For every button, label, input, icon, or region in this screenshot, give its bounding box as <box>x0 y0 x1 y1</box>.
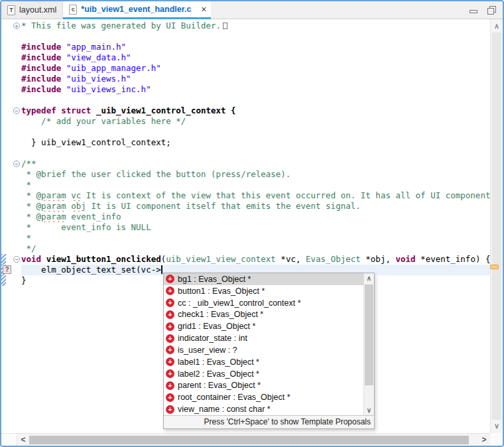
quickdiff-ruler <box>1 212 6 222</box>
code-line: * @param event_info <box>1 212 490 222</box>
maximize-restore-icon[interactable] <box>487 6 496 15</box>
folding-ruler <box>13 212 21 222</box>
code-line-text[interactable]: * @brief the user clicked the button (pr… <box>21 169 490 180</box>
scroll-right-icon[interactable]: > <box>478 435 490 444</box>
completion-item[interactable]: +grid1 : Evas_Object * <box>164 320 374 332</box>
code-line-text[interactable]: */ <box>21 243 490 254</box>
code-line <box>1 95 490 105</box>
scroll-up-icon[interactable]: ∧ <box>364 275 374 282</box>
fold-collapse-icon[interactable]: − <box>13 107 20 114</box>
annotation-ruler <box>6 31 13 42</box>
annotation-ruler <box>6 74 13 84</box>
code-token: * @ <box>21 190 41 200</box>
code-line: #include "uib_app_manager.h" <box>1 63 490 74</box>
folding-ruler <box>13 95 21 105</box>
minimize-icon[interactable] <box>470 10 477 13</box>
completion-item[interactable]: +bg1 : Evas_Object * <box>164 273 374 285</box>
code-token: view1_button1_onclicked <box>46 254 161 264</box>
code-token: *obj, <box>361 254 396 264</box>
annotation-ruler <box>6 254 13 265</box>
code-line-text[interactable]: #include "uib_app_manager.h" <box>21 63 490 74</box>
view-controls <box>470 5 496 15</box>
code-token: } <box>21 275 27 285</box>
code-line-text[interactable]: * This file was generated by UI Builder. <box>21 21 490 31</box>
code-token: #include <box>21 42 66 52</box>
code-line-text[interactable]: * @param vc It is context of the view th… <box>21 190 490 201</box>
code-token: #include <box>21 52 66 62</box>
code-line-text[interactable]: #include "app_main.h" <box>21 42 490 52</box>
folding-ruler <box>13 275 21 286</box>
completion-item[interactable]: +cc : _uib_view1_control_context * <box>164 297 374 309</box>
horizontal-scrollbar-thumb[interactable] <box>29 436 469 444</box>
tab-layout-xml[interactable]: T layout.xml <box>1 1 63 19</box>
code-line-text[interactable]: * @param event_info <box>21 212 490 222</box>
horizontal-scrollbar[interactable]: < > <box>1 433 490 446</box>
code-line: /* add your variables here */ <box>1 116 490 127</box>
code-line-text[interactable]: /** <box>21 159 490 169</box>
completion-item[interactable]: +label1 : Evas_Object * <box>164 356 374 368</box>
code-line <box>1 127 490 137</box>
completion-item[interactable]: +parent : Evas_Object * <box>164 379 374 391</box>
completion-item[interactable]: +view_name : const char * <box>164 403 374 415</box>
folding-ruler <box>13 148 21 159</box>
folding-ruler <box>13 180 21 190</box>
code-line-text[interactable]: #include "view_data.h" <box>21 52 490 63</box>
close-tab-icon[interactable]: × <box>201 5 206 14</box>
folding-ruler: − <box>13 159 21 169</box>
vertical-scrollbar[interactable]: ∧ ∨ <box>490 19 503 433</box>
code-line-text[interactable]: * @param obj It is UI component itself t… <box>21 201 490 212</box>
code-line-text[interactable] <box>21 31 490 42</box>
code-line-text[interactable]: #include "uib_views.h" <box>21 74 490 84</box>
fold-expand-icon[interactable]: + <box>13 23 20 29</box>
code-line-text[interactable]: } uib_view1_control_context; <box>21 137 490 148</box>
code-line-text[interactable] <box>21 148 490 159</box>
completion-label: is_user_view : ? <box>178 346 237 355</box>
code-token: #include <box>21 84 66 94</box>
completion-item[interactable]: +button1 : Evas_Object * <box>164 285 374 297</box>
fold-collapse-icon[interactable]: − <box>13 160 20 167</box>
field-icon: + <box>166 381 174 390</box>
quickdiff-ruler <box>1 148 6 159</box>
tab-uib-view1-event-handler[interactable]: c *uib_view1_event_handler.c × <box>63 1 210 19</box>
completion-item[interactable]: +label2 : Evas_Object * <box>164 368 374 380</box>
completion-item[interactable]: +is_user_view : ? <box>164 344 374 356</box>
code-line-text[interactable] <box>21 95 490 105</box>
folding-ruler <box>13 31 21 42</box>
scroll-down-icon[interactable]: ∨ <box>364 407 374 414</box>
scroll-down-icon[interactable]: ∨ <box>491 422 503 430</box>
scroll-up-icon[interactable]: ∧ <box>491 22 503 31</box>
vertical-scrollbar-thumb[interactable] <box>492 32 501 420</box>
code-line-text[interactable]: * <box>21 180 490 190</box>
popup-scrollbar[interactable]: ∧ ∨ <box>363 273 374 415</box>
code-line: −typedef struct _uib_view1_control_conte… <box>1 105 490 116</box>
code-line: #include "uib_views_inc.h" <box>1 84 490 95</box>
folding-ruler <box>13 127 21 137</box>
code-line-text[interactable]: typedef struct _uib_view1_control_contex… <box>21 105 490 116</box>
code-line-text[interactable]: * <box>21 233 490 243</box>
scrollbar-corner <box>490 433 503 446</box>
code-token: #include <box>21 74 66 84</box>
annotation-ruler <box>6 105 13 116</box>
fold-collapse-icon[interactable]: − <box>13 256 20 263</box>
popup-scrollbar-thumb[interactable] <box>365 285 373 385</box>
completion-item[interactable]: +check1 : Evas_Object * <box>164 308 374 320</box>
completion-item[interactable]: +indicator_state : int <box>164 332 374 344</box>
code-token: *event_info) { <box>416 254 490 264</box>
code-line: #include "uib_views.h" <box>1 74 490 84</box>
quickdiff-ruler <box>1 95 6 105</box>
code-line-text[interactable] <box>21 127 490 137</box>
code-line-text[interactable]: /* add your variables here */ <box>21 116 490 127</box>
code-token: _uib_view1_control_context { <box>96 105 236 115</box>
code-line-text[interactable]: #include "uib_views_inc.h" <box>21 84 490 95</box>
scroll-left-icon[interactable]: < <box>17 435 29 444</box>
annotation-ruler <box>6 180 13 190</box>
code-line-text[interactable]: * event_info is NULL <box>21 222 490 233</box>
annotation-ruler <box>6 190 13 201</box>
code-line-text[interactable]: void view1_button1_onclicked(uib_view1_v… <box>21 254 490 265</box>
completion-item[interactable]: +root_container : Evas_Object * <box>164 391 374 403</box>
completion-label: bg1 : Evas_Object * <box>178 275 251 284</box>
folding-ruler <box>13 243 21 254</box>
code-line: −void view1_button1_onclicked(uib_view1_… <box>1 254 490 265</box>
popup-status-text: Press 'Ctrl+Space' to show Template Prop… <box>164 415 374 428</box>
occurrence-marker <box>490 265 499 269</box>
